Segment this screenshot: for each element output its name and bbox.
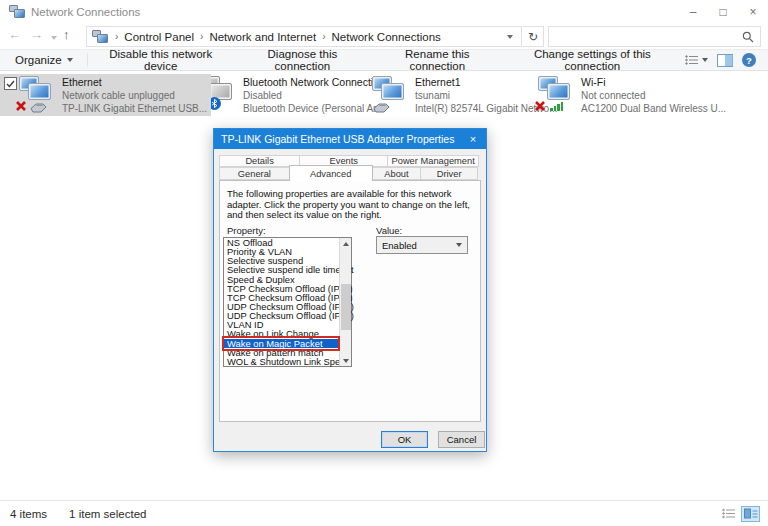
connection-tile[interactable]: Wi-Fi Not connected AC1200 Dual Band Wir…	[533, 74, 713, 116]
connection-tile[interactable]: Ethernet Network cable unplugged TP-LINK…	[0, 74, 211, 116]
value-dropdown[interactable]: Enabled	[376, 236, 468, 254]
selection-checkbox[interactable]	[4, 77, 17, 90]
back-arrow-icon[interactable]: ←	[8, 27, 21, 42]
connection-device: Bluetooth Device (Personal Ar...	[243, 102, 385, 115]
toolbar-button[interactable]: Diagnose this connection	[238, 48, 367, 72]
property-list: NS Offload Priority & VLAN Selective sus…	[224, 238, 339, 366]
scrollbar-thumb[interactable]	[341, 284, 351, 330]
connection-tile[interactable]: Bluetooth Network Connection Disabled Bl…	[195, 74, 367, 116]
forward-arrow-icon[interactable]: →	[30, 27, 43, 42]
toolbar-separator	[87, 53, 88, 67]
ethernet-connector-icon	[373, 102, 390, 113]
search-icon[interactable]	[742, 31, 754, 43]
cancel-button[interactable]: Cancel	[438, 431, 485, 448]
details-view-icon	[685, 54, 699, 66]
toolbar-button[interactable]: Disable this network device	[92, 48, 230, 72]
ethernet-connector-icon	[30, 102, 47, 113]
refresh-button[interactable]: ↻	[523, 26, 544, 47]
checkmark-icon	[6, 80, 15, 88]
property-label: Property:	[227, 225, 266, 236]
status-bar: 4 items 1 item selected	[0, 500, 768, 526]
value-selected: Enabled	[382, 240, 417, 251]
property-item[interactable]: WOL & Shutdown Link Speed	[224, 357, 339, 366]
connection-name: Bluetooth Network Connection	[243, 76, 385, 89]
close-button[interactable]: ×	[738, 1, 768, 23]
view-options-button[interactable]	[685, 54, 708, 66]
property-item[interactable]: Wake on Magic Packet	[224, 339, 339, 348]
dialog-tab[interactable]: Advanced	[289, 165, 373, 181]
breadcrumb-item[interactable]: Control Panel	[124, 31, 194, 43]
network-connections-app-icon	[9, 5, 25, 18]
minimize-button[interactable]: –	[678, 1, 708, 23]
network-adapter-icon	[18, 76, 54, 112]
network-adapter-icon	[537, 76, 573, 112]
dialog-title: TP-LINK Gigabit Ethernet USB Adapter Pro…	[221, 133, 454, 145]
connection-status: Network cable unplugged	[62, 89, 207, 102]
window-title: Network Connections	[31, 6, 140, 18]
value-label: Value:	[376, 225, 402, 236]
navigation-bar: ← → ↑ › Control Panel › Network and Inte…	[0, 23, 768, 50]
scroll-down-arrow-icon	[343, 359, 349, 363]
maximize-button[interactable]: □	[708, 1, 738, 23]
details-view-toggle[interactable]	[719, 506, 738, 522]
scroll-up-arrow-icon	[343, 242, 349, 246]
connection-status: Disabled	[243, 89, 385, 102]
breadcrumb-chevron-icon[interactable]: ›	[109, 31, 124, 42]
dialog-tabs-front-row: General Advanced About Driver	[219, 167, 481, 180]
scroll-down-button[interactable]	[340, 355, 351, 366]
toolbar-buttons: Disable this network device Diagnose thi…	[92, 48, 685, 72]
tab-description: The following properties are available f…	[227, 189, 473, 221]
breadcrumb-chevron-icon[interactable]: ›	[316, 31, 331, 42]
organize-button[interactable]: Organize	[0, 54, 83, 66]
tiles-view-toggle[interactable]	[741, 506, 760, 522]
breadcrumb-item[interactable]: Network Connections	[331, 31, 440, 43]
recent-pages-chevron-icon[interactable]	[51, 36, 57, 40]
dialog-titlebar[interactable]: TP-LINK Gigabit Ethernet USB Adapter Pro…	[214, 129, 486, 149]
listbox-scrollbar[interactable]	[339, 238, 351, 366]
breadcrumb-chevron-icon[interactable]: ›	[194, 31, 209, 42]
search-box[interactable]	[548, 26, 761, 47]
connection-device: TP-LINK Gigabit Ethernet USB...	[62, 102, 207, 115]
error-x-icon	[534, 100, 546, 112]
connection-status: Not connected	[581, 89, 726, 102]
dialog-tab[interactable]: About	[372, 167, 422, 180]
dialog-close-button[interactable]: ×	[460, 129, 486, 149]
adapter-properties-dialog: TP-LINK Gigabit Ethernet USB Adapter Pro…	[213, 128, 487, 452]
organize-label: Organize	[15, 54, 62, 66]
up-arrow-icon[interactable]: ↑	[63, 27, 70, 42]
toolbar-button[interactable]: Change settings of this connection	[508, 48, 677, 72]
connection-device: AC1200 Dual Band Wireless U...	[581, 102, 726, 115]
window-titlebar: Network Connections – □ ×	[0, 0, 768, 23]
wifi-signal-bars-icon	[550, 102, 563, 111]
ok-button[interactable]: OK	[381, 431, 428, 448]
breadcrumb-item[interactable]: Network and Internet	[209, 31, 316, 43]
error-x-icon	[15, 100, 27, 112]
dropdown-chevron-icon	[456, 243, 462, 247]
search-input[interactable]	[549, 31, 742, 43]
breadcrumb: › Control Panel › Network and Internet ›…	[109, 31, 503, 43]
property-listbox: NS Offload Priority & VLAN Selective sus…	[223, 237, 352, 367]
toolbar-button[interactable]: Rename this connection	[375, 48, 500, 72]
dialog-tab[interactable]: Power Management	[387, 155, 479, 167]
preview-pane-icon[interactable]	[717, 54, 733, 67]
dialog-tab[interactable]: Driver	[420, 167, 478, 180]
connection-name: Ethernet	[62, 76, 207, 89]
scroll-up-button[interactable]	[340, 238, 351, 249]
address-bar[interactable]: › Control Panel › Network and Internet ›…	[86, 26, 522, 47]
connection-name: Wi-Fi	[581, 76, 726, 89]
connection-tile[interactable]: Ethernet1 tsunami Intel(R) 82574L Gigabi…	[367, 74, 529, 116]
items-count: 4 items	[10, 508, 47, 520]
address-dropdown-chevron-icon[interactable]	[507, 35, 513, 39]
view-options-caret-icon	[702, 58, 708, 62]
command-toolbar: Organize Disable this network device Dia…	[0, 50, 768, 71]
address-location-icon	[92, 30, 107, 43]
organize-caret-icon	[67, 58, 73, 62]
network-adapter-icon	[371, 76, 407, 112]
advanced-tab-page: The following properties are available f…	[219, 180, 481, 422]
dialog-tab[interactable]: General	[219, 167, 290, 180]
help-icon[interactable]: ?	[742, 53, 756, 67]
selected-count: 1 item selected	[69, 508, 146, 520]
